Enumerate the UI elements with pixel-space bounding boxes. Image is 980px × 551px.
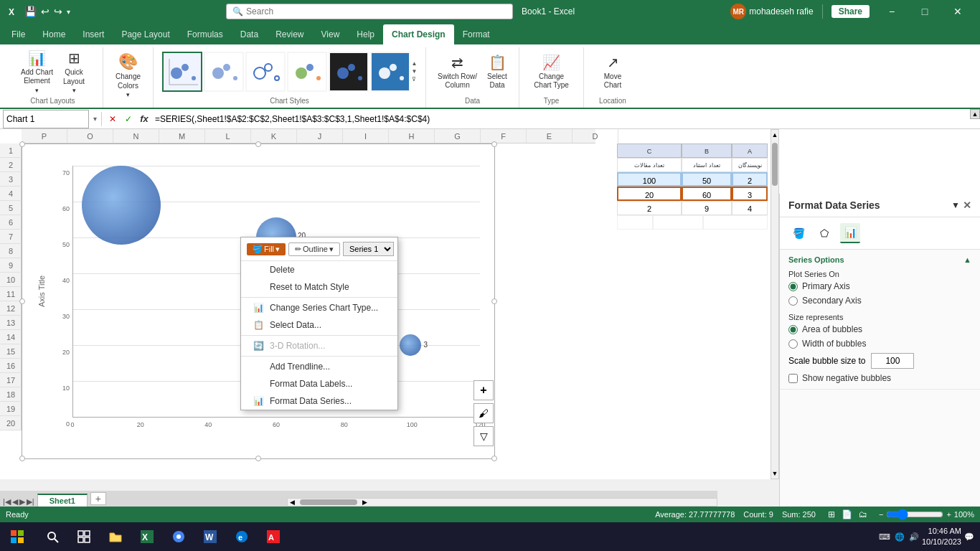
- taskbar-chrome[interactable]: [164, 522, 194, 551]
- scroll-up-btn[interactable]: ▲: [771, 130, 780, 140]
- horizontal-scrollbar[interactable]: ◀ ▶: [287, 498, 717, 507]
- tab-view[interactable]: View: [313, 24, 349, 44]
- row-header-12[interactable]: 12: [0, 301, 22, 316]
- data-row-1[interactable]: 2 50 100: [617, 172, 768, 187]
- col-header-M[interactable]: M: [159, 129, 205, 143]
- menu-item-reset[interactable]: Reset to Match Style: [241, 278, 397, 296]
- primary-axis-radio[interactable]: [788, 282, 798, 291]
- page-layout-view-button[interactable]: 📄: [840, 508, 854, 521]
- chart-handle-tr[interactable]: [491, 141, 497, 147]
- col-header-J[interactable]: J: [297, 129, 343, 143]
- cell-B4[interactable]: 9: [682, 201, 732, 215]
- chart-style-3[interactable]: [245, 52, 286, 92]
- tab-help[interactable]: Help: [348, 24, 383, 44]
- vertical-scrollbar[interactable]: ▲ ▼: [771, 129, 779, 479]
- col-header-O[interactable]: O: [67, 129, 113, 143]
- name-box-dropdown[interactable]: ▾: [92, 115, 98, 123]
- tab-file[interactable]: File: [3, 24, 34, 44]
- scale-input[interactable]: [871, 353, 914, 369]
- col-header-D[interactable]: D: [573, 129, 618, 143]
- col-header-L[interactable]: L: [205, 129, 251, 143]
- area-of-bubbles-option[interactable]: Area of bubbles: [788, 324, 971, 334]
- search-input[interactable]: [246, 6, 507, 17]
- taskbar-volume-icon[interactable]: 🔊: [909, 532, 919, 542]
- name-box[interactable]: Chart 1: [3, 110, 89, 128]
- maximize-button[interactable]: □: [908, 0, 941, 23]
- insert-function-button[interactable]: fx: [136, 111, 152, 127]
- cell-B2[interactable]: 50: [682, 172, 732, 187]
- row-header-8[interactable]: 8: [0, 244, 22, 258]
- area-of-bubbles-radio[interactable]: [788, 325, 798, 334]
- quick-access-dropdown[interactable]: ▾: [67, 8, 70, 16]
- taskbar-excel[interactable]: X: [132, 522, 162, 551]
- taskbar-word[interactable]: W: [195, 522, 225, 551]
- scroll-thumb[interactable]: [300, 499, 357, 505]
- row-header-16[interactable]: 16: [0, 359, 22, 373]
- cell-A2[interactable]: 2: [732, 172, 768, 187]
- chart-handle-mr[interactable]: [491, 298, 497, 304]
- chart-style-5[interactable]: [329, 52, 369, 92]
- taskbar-notification-icon[interactable]: 💬: [964, 532, 974, 542]
- sheet-nav-next[interactable]: ▶: [19, 497, 25, 507]
- cell-A4[interactable]: 4: [732, 201, 768, 215]
- data-row-2[interactable]: 3 60 20: [617, 187, 768, 201]
- taskbar-explorer[interactable]: [100, 522, 131, 551]
- tab-insert[interactable]: Insert: [74, 24, 113, 44]
- cell-C2[interactable]: 100: [617, 172, 682, 187]
- add-sheet-button[interactable]: +: [90, 492, 106, 505]
- chart-filter-button[interactable]: ▽: [473, 426, 494, 446]
- chart-style-1[interactable]: [162, 52, 202, 92]
- col-header-E[interactable]: E: [527, 129, 573, 143]
- quick-access-undo[interactable]: ↩: [41, 6, 50, 17]
- sheet-nav-first[interactable]: |◀: [3, 497, 11, 507]
- col-header-A[interactable]: A: [732, 143, 768, 158]
- zoom-out-button[interactable]: −: [879, 510, 883, 519]
- col-header-I[interactable]: I: [343, 129, 389, 143]
- chart-handle-tm[interactable]: [255, 141, 261, 147]
- formula-input[interactable]: [152, 110, 980, 128]
- search-box[interactable]: 🔍: [226, 4, 513, 19]
- tab-home[interactable]: Home: [34, 24, 74, 44]
- minimize-button[interactable]: −: [875, 0, 908, 23]
- menu-item-delete[interactable]: Delete: [241, 261, 397, 278]
- width-of-bubbles-option[interactable]: Width of bubbles: [788, 339, 971, 349]
- scroll-down-btn[interactable]: ▼: [771, 468, 780, 479]
- chart-style-4[interactable]: [287, 52, 327, 92]
- share-button[interactable]: Share: [831, 5, 870, 18]
- row-header-4[interactable]: 4: [0, 187, 22, 201]
- taskbar-acrobat[interactable]: A: [258, 522, 288, 551]
- chart-style-2[interactable]: [204, 52, 244, 92]
- row-header-18[interactable]: 18: [0, 387, 22, 402]
- series-options-collapse[interactable]: ▲: [963, 255, 971, 264]
- sheet-nav-last[interactable]: ▶|: [27, 497, 34, 507]
- cancel-formula-button[interactable]: ✕: [105, 111, 121, 127]
- tab-page-layout[interactable]: Page Layout: [113, 24, 178, 44]
- row-header-15[interactable]: 15: [0, 344, 22, 359]
- col-header-C[interactable]: C: [617, 143, 682, 158]
- chart-handle-tl[interactable]: [19, 141, 25, 147]
- collapse-ribbon-button[interactable]: ▲: [970, 109, 980, 119]
- col-header-B[interactable]: B: [682, 143, 732, 158]
- taskbar-clock[interactable]: 10:46 AM 10/10/2023: [922, 526, 961, 548]
- outline-button[interactable]: ✏ Outline ▾: [288, 242, 340, 256]
- row-header-7[interactable]: 7: [0, 230, 22, 244]
- format-panel-arrow[interactable]: ▼: [951, 200, 960, 210]
- row-header-20[interactable]: 20: [0, 416, 22, 430]
- vertical-scroll-thumb[interactable]: [772, 143, 778, 186]
- format-panel-close-button[interactable]: ✕: [963, 199, 971, 211]
- col-header-P[interactable]: P: [22, 129, 67, 143]
- move-chart-button[interactable]: ↗ MoveChart: [598, 52, 627, 91]
- menu-item-select-data[interactable]: 📋 Select Data...: [241, 316, 397, 334]
- row-header-2[interactable]: 2: [0, 158, 22, 172]
- show-negative-bubbles-checkbox[interactable]: [788, 374, 798, 383]
- chart-handle-ml[interactable]: [19, 298, 25, 304]
- menu-item-add-trendline[interactable]: Add Trendline...: [241, 358, 397, 375]
- data-row-5[interactable]: [617, 215, 768, 230]
- sheet-nav-prev[interactable]: ◀: [12, 497, 18, 507]
- add-chart-element-button[interactable]: 📊 Add ChartElement ▾: [17, 48, 57, 95]
- fill-button[interactable]: 🪣 Fill ▾: [247, 243, 286, 255]
- taskbar-keyboard-icon[interactable]: ⌨: [879, 532, 890, 542]
- change-chart-type-button[interactable]: 📈 ChangeChart Type: [529, 52, 573, 91]
- menu-item-change-series-chart-type[interactable]: 📊 Change Series Chart Type...: [241, 299, 397, 316]
- col-header-F[interactable]: F: [481, 129, 527, 143]
